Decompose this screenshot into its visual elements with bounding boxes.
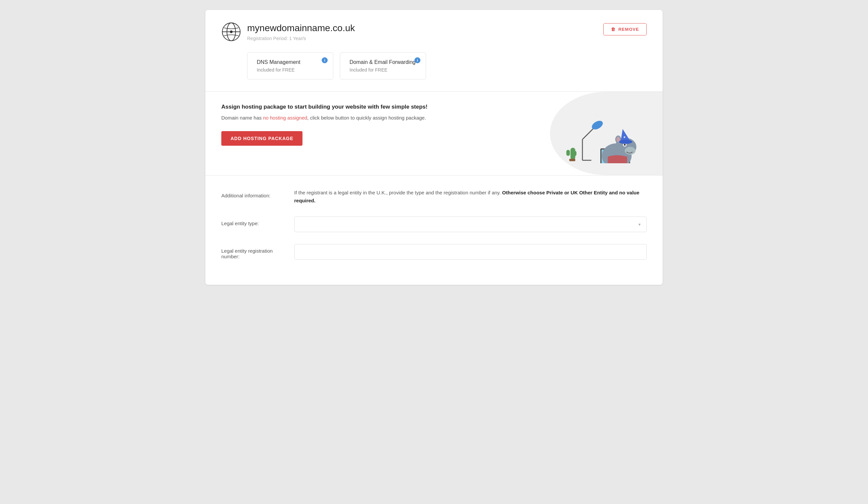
page-container: mynewdomainname.co.uk Registration Perio…: [205, 10, 663, 285]
globe-icon: [221, 22, 241, 42]
trash-icon: 🗑: [611, 27, 616, 32]
dns-management-card: i DNS Management Included for FREE: [247, 52, 333, 80]
hosting-desc-prefix: Domain name has: [221, 115, 263, 120]
legal-entity-reg-row: Legal entity registration number:: [221, 244, 647, 260]
legal-entity-type-row: Legal entity type:: [221, 217, 647, 232]
domain-left: mynewdomainname.co.uk Registration Perio…: [221, 22, 355, 42]
legal-entity-reg-content: [294, 244, 647, 260]
legal-entity-reg-label: Legal entity registration number:: [221, 244, 294, 259]
hosting-desc-highlight: no hosting assigned: [263, 115, 307, 120]
svg-text:★: ★: [623, 135, 626, 139]
hosting-section: Assign hosting package to start building…: [205, 92, 663, 176]
email-forwarding-title: Domain & Email Forwarding: [350, 59, 416, 65]
domain-info: mynewdomainname.co.uk Registration Perio…: [247, 22, 355, 41]
legal-entity-type-wrapper: [294, 217, 647, 232]
additional-info-content: If the registrant is a legal entity in t…: [294, 189, 647, 204]
email-forwarding-info-icon[interactable]: i: [414, 57, 421, 63]
features-row: i DNS Management Included for FREE i Dom…: [247, 52, 647, 80]
legal-entity-type-content: [294, 217, 647, 232]
svg-point-22: [624, 144, 626, 146]
email-forwarding-card: i Domain & Email Forwarding Included for…: [340, 52, 426, 80]
legal-entity-type-label: Legal entity type:: [221, 217, 294, 226]
svg-point-20: [625, 147, 636, 155]
svg-point-3: [230, 30, 232, 33]
remove-button[interactable]: 🗑 REMOVE: [603, 23, 647, 35]
domain-header: mynewdomainname.co.uk Registration Perio…: [221, 22, 647, 42]
email-forwarding-subtitle: Included for FREE: [350, 67, 416, 73]
dns-info-icon[interactable]: i: [322, 57, 328, 63]
info-section: Additional information: If the registran…: [205, 176, 663, 285]
svg-rect-10: [573, 151, 577, 156]
hosting-title: Assign hosting package to start building…: [221, 104, 480, 110]
legal-entity-reg-label-line1: Legal entity registration: [221, 248, 273, 254]
svg-rect-11: [569, 159, 575, 161]
additional-info-row: Additional information: If the registran…: [221, 189, 647, 204]
dns-management-subtitle: Included for FREE: [257, 67, 324, 73]
illustration-area: ★: [541, 104, 647, 163]
remove-label: REMOVE: [618, 27, 639, 32]
registration-period: Registration Period: 1 Year/s: [247, 36, 355, 41]
add-hosting-button[interactable]: ADD HOSTING PACKAGE: [221, 131, 302, 146]
domain-name: mynewdomainname.co.uk: [247, 22, 355, 34]
legal-entity-reg-input[interactable]: [294, 244, 647, 260]
svg-rect-9: [566, 150, 570, 156]
legal-entity-reg-label-line2: number:: [221, 254, 239, 259]
dns-management-title: DNS Management: [257, 59, 324, 65]
additional-info-text-normal: If the registrant is a legal entity in t…: [294, 190, 502, 196]
additional-info-label: Additional information:: [221, 189, 294, 198]
hosting-description: Domain name has no hosting assigned, cli…: [221, 114, 480, 122]
hosting-content: Assign hosting package to start building…: [221, 104, 480, 163]
hippo-illustration: ★: [554, 104, 647, 163]
legal-entity-type-select[interactable]: [294, 217, 647, 232]
svg-point-26: [619, 140, 632, 144]
svg-line-6: [582, 127, 595, 139]
domain-section: mynewdomainname.co.uk Registration Perio…: [205, 10, 663, 92]
hosting-desc-suffix: , click below button to quickly assign h…: [307, 115, 426, 120]
